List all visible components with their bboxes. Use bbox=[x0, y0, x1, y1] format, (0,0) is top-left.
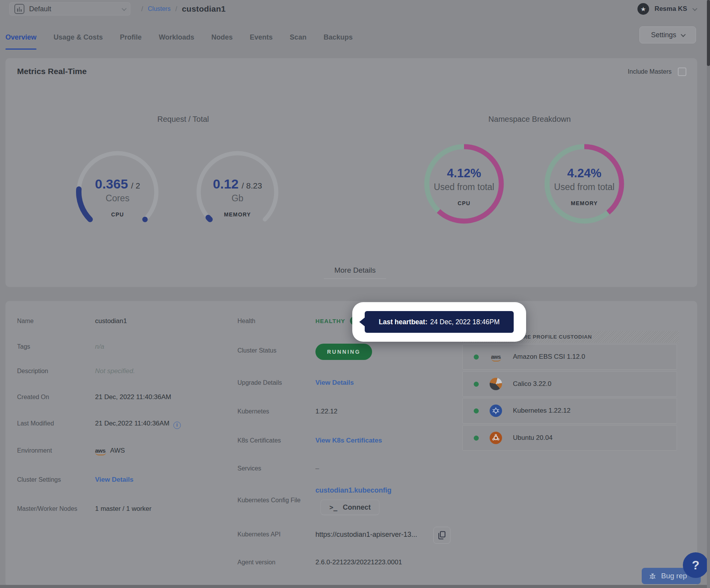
tooltip-bold-label: Last heartbeat: bbox=[379, 318, 427, 326]
cluster-overview-page: Default / Clusters / custodian1 ★ Resma … bbox=[0, 0, 710, 588]
tab-usage-costs[interactable]: Usage & Costs bbox=[54, 25, 103, 50]
tab-nodes[interactable]: Nodes bbox=[211, 25, 233, 50]
cluster-settings-view-details-link[interactable]: View Details bbox=[95, 476, 133, 484]
kubernetes-api-value: https://custodian1-apiserver-13... bbox=[315, 531, 417, 539]
include-masters-label: Include Masters bbox=[628, 68, 672, 75]
cpu-used-caption: Used from total bbox=[434, 182, 494, 192]
request-total-title: Request / Total bbox=[44, 115, 322, 124]
terminal-icon: >_ bbox=[329, 503, 337, 511]
master-worker-nodes-label: Master/Worker Nodes bbox=[17, 505, 77, 512]
cpu-unit: Cores bbox=[106, 193, 129, 204]
last-modified-label: Last Modified bbox=[17, 420, 54, 427]
cpu-total-value: / 2 bbox=[131, 181, 140, 190]
environment-value: awsAWS bbox=[95, 447, 125, 455]
memory-namespace-donut: 4.24% Used from total MEMORY bbox=[544, 143, 625, 225]
cpu-request-gauge: 0.365 / 2 Cores CPU bbox=[73, 147, 162, 237]
breadcrumb-link-clusters[interactable]: Clusters bbox=[148, 5, 171, 12]
memory-donut-label: MEMORY bbox=[571, 200, 598, 206]
tab-backups[interactable]: Backups bbox=[324, 25, 353, 50]
view-k8s-certificates-link[interactable]: View K8s Certificates bbox=[315, 437, 382, 444]
scrollbar[interactable] bbox=[707, 0, 710, 588]
user-avatar-star-icon: ★ bbox=[637, 3, 649, 15]
description-label: Description bbox=[17, 368, 48, 375]
health-label: Health bbox=[237, 318, 255, 325]
kubernetes-label: Kubernetes bbox=[237, 408, 269, 415]
pack-item-amazon-ebs-csi[interactable]: aws Amazon EBS CSI 1.12.0 bbox=[462, 344, 677, 370]
aws-logo-icon: aws bbox=[95, 447, 106, 454]
aws-pack-icon: aws bbox=[490, 351, 502, 363]
breadcrumb-separator: / bbox=[141, 5, 143, 13]
tags-label: Tags bbox=[17, 343, 30, 350]
kubeconfig-label: Kubernetes Config File bbox=[237, 497, 301, 504]
breadcrumb: / Clusters / custodian1 bbox=[141, 4, 226, 14]
include-masters-control: Include Masters bbox=[628, 67, 686, 76]
scrollbar-thumb[interactable] bbox=[707, 0, 710, 66]
project-name: Default bbox=[29, 5, 51, 13]
memory-gauge-label: MEMORY bbox=[224, 211, 251, 218]
master-worker-nodes-value: 1 master / 1 worker bbox=[95, 505, 152, 513]
user-name: Resma KS bbox=[655, 5, 687, 13]
tooltip-spotlight: Last heartbeat: 24 Dec, 2022 18:46PM bbox=[352, 302, 526, 342]
cpu-used-percent: 4.12% bbox=[447, 166, 481, 180]
tab-bar: Overview Usage & Costs Profile Workloads… bbox=[0, 25, 710, 50]
status-dot bbox=[474, 382, 479, 387]
name-value: custodian1 bbox=[95, 317, 127, 325]
copy-api-button[interactable] bbox=[433, 527, 450, 544]
ubuntu-pack-icon bbox=[490, 432, 502, 444]
cluster-details-card: Name custodian1 Tags n/a Description Not… bbox=[5, 301, 697, 586]
pack-item-calico[interactable]: Calico 3.22.0 bbox=[462, 371, 677, 397]
cpu-namespace-donut: 4.12% Used from total CPU bbox=[423, 143, 505, 225]
last-modified-value: 21 Dec,2022 11:40:36AMi bbox=[95, 420, 181, 429]
calico-pack-icon bbox=[490, 378, 502, 390]
cluster-status-badge: RUNNING bbox=[315, 344, 372, 360]
last-heartbeat-tooltip: Last heartbeat: 24 Dec, 2022 18:46PM bbox=[365, 311, 514, 333]
cluster-status-label: Cluster Status bbox=[237, 347, 276, 354]
metrics-title: Metrics Real-Time bbox=[17, 67, 87, 76]
connect-button[interactable]: >_ Connect bbox=[320, 500, 379, 515]
more-details-underline bbox=[324, 278, 386, 279]
status-dot bbox=[474, 355, 479, 360]
project-selector[interactable]: Default bbox=[9, 2, 130, 16]
upgrade-view-details-link[interactable]: View Details bbox=[315, 379, 354, 387]
upgrade-details-label: Upgrade Details bbox=[237, 379, 282, 386]
bug-icon bbox=[649, 572, 656, 580]
memory-total-value: / 8.23 bbox=[242, 181, 262, 190]
settings-label: Settings bbox=[651, 31, 676, 39]
services-value: – bbox=[315, 465, 319, 472]
top-bar: Default / Clusters / custodian1 ★ Resma … bbox=[0, 0, 710, 18]
pack-item-ubuntu[interactable]: Ubuntu 20.04 bbox=[462, 425, 677, 451]
tab-events[interactable]: Events bbox=[250, 25, 273, 50]
more-details-link[interactable]: More Details bbox=[312, 266, 398, 279]
k8s-certificates-label: K8s Certificates bbox=[237, 437, 281, 444]
environment-label: Environment bbox=[17, 447, 52, 454]
bug-report-label: Bug rep bbox=[661, 572, 687, 580]
chevron-down-icon bbox=[693, 6, 698, 11]
metrics-realtime-card: Metrics Real-Time Include Masters Reques… bbox=[5, 58, 697, 287]
tab-overview[interactable]: Overview bbox=[5, 25, 36, 50]
chevron-down-icon bbox=[122, 6, 127, 11]
status-dot bbox=[474, 408, 479, 413]
agent-version-value: 2.6.0-221223/20221223.0001 bbox=[315, 559, 402, 566]
cpu-gauge-label: CPU bbox=[111, 211, 124, 218]
cluster-settings-label: Cluster Settings bbox=[17, 476, 61, 483]
tab-workloads[interactable]: Workloads bbox=[159, 25, 194, 50]
info-icon[interactable]: i bbox=[173, 422, 181, 429]
settings-button[interactable]: Settings bbox=[639, 26, 696, 43]
tags-value: n/a bbox=[95, 343, 104, 351]
copy-icon bbox=[438, 531, 446, 540]
created-on-value: 21 Dec, 2022 11:40:36AM bbox=[95, 393, 171, 401]
kubeconfig-file-link[interactable]: custodian1.kubeconfig bbox=[315, 486, 391, 495]
user-menu[interactable]: ★ Resma KS bbox=[637, 3, 696, 15]
include-masters-checkbox[interactable] bbox=[678, 67, 686, 76]
cpu-request-value: 0.365 bbox=[95, 176, 128, 192]
memory-request-value: 0.12 bbox=[213, 176, 239, 192]
help-button[interactable]: ? bbox=[683, 552, 708, 578]
window-bottom-edge bbox=[0, 585, 710, 588]
tab-profile[interactable]: Profile bbox=[120, 25, 142, 50]
memory-used-caption: Used from total bbox=[554, 182, 615, 192]
kubernetes-pack-icon bbox=[490, 405, 502, 417]
memory-unit: Gb bbox=[232, 193, 244, 204]
namespace-breakdown-title: Namespace Breakdown bbox=[393, 115, 666, 124]
pack-item-kubernetes[interactable]: Kubernetes 1.22.12 bbox=[462, 398, 677, 424]
tab-scan[interactable]: Scan bbox=[290, 25, 307, 50]
